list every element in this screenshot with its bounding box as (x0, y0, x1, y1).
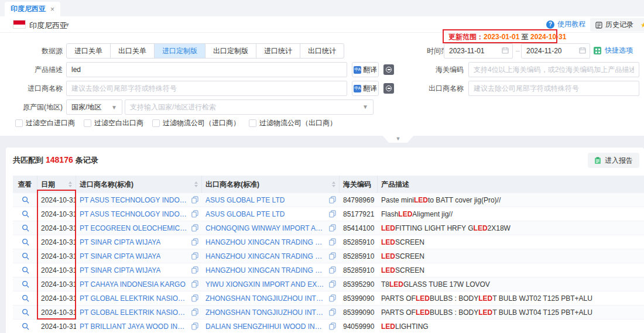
column-header-3[interactable]: 出口商名称(标准) (202, 176, 340, 193)
datasource-tab-3[interactable]: 出口定制版 (205, 43, 256, 59)
exporter-link[interactable]: HANGZHOU XINGCAN TRADING CO LTD (205, 252, 327, 260)
importer-link[interactable]: PT CAHAYA INDONESIA KARGO (80, 280, 186, 289)
results-table: 查看日期进口商名称(标准)出口商名称(标准)海关编码产品描述 2024-10-3… (13, 176, 644, 333)
checkbox-icon[interactable] (249, 119, 256, 127)
filter-checkbox-2[interactable]: 过滤物流公司（进口商） (152, 118, 240, 128)
copy-icon[interactable] (327, 294, 336, 302)
checkbox-icon[interactable] (15, 119, 23, 127)
exporter-link[interactable]: DALIAN SHENGZHIHUI WOOD INDUST... (205, 322, 327, 331)
importer-input[interactable] (66, 81, 347, 96)
copy-icon[interactable] (189, 322, 198, 330)
calendar-icon[interactable] (502, 47, 509, 54)
search-icon[interactable] (22, 280, 29, 288)
column-header-1[interactable]: 日期 (37, 176, 76, 193)
country-selector-label[interactable]: 印度尼西亚 (29, 20, 67, 31)
sort-icon[interactable] (328, 181, 335, 187)
search-icon[interactable] (22, 238, 29, 246)
exact-search-icon[interactable] (383, 83, 394, 94)
importer-link[interactable]: PT SINAR CIPTA WIJAYA (80, 252, 160, 260)
search-icon[interactable] (22, 252, 29, 260)
copy-icon[interactable] (189, 294, 198, 302)
copy-icon[interactable] (189, 210, 198, 218)
date-cell: 2024-10-31 (37, 291, 76, 305)
datasource-tab-0[interactable]: 进口关单 (66, 43, 111, 59)
exporter-link[interactable]: ASUS GLOBAL PTE LTD (205, 210, 285, 218)
product-desc-cell: T8 LED GLASS TUBE 17W LOVOV (378, 277, 644, 291)
exporter-input[interactable] (468, 81, 639, 96)
filter-checkbox-3[interactable]: 过滤物流公司（出口商） (249, 118, 337, 128)
copy-icon[interactable] (327, 252, 336, 260)
copy-icon[interactable] (327, 224, 336, 232)
copy-icon[interactable] (189, 280, 198, 288)
chevron-down-icon[interactable]: ▼ (362, 104, 368, 110)
importer-link[interactable]: PT ASUS TECHNOLOGY INDONESIA BA... (80, 210, 189, 218)
column-header-2[interactable]: 进口商名称(标准) (76, 176, 202, 193)
copy-icon[interactable] (327, 308, 336, 316)
search-icon[interactable] (22, 196, 29, 204)
importer-cell: PT SINAR CIPTA WIJAYA (76, 263, 202, 277)
copy-icon[interactable] (189, 252, 198, 260)
product-desc-cell: LED SCREEN (378, 235, 644, 249)
translate-button[interactable]: 中A 翻译 (352, 81, 379, 96)
filter-checkbox-1[interactable]: 过滤空白出口商 (84, 118, 143, 128)
favorite-button[interactable]: ★ (637, 18, 644, 32)
datasource-tab-2[interactable]: 进口定制版 (154, 43, 205, 59)
exporter-link[interactable]: HANGZHOU XINGCAN TRADING CO LTD (205, 266, 327, 274)
copy-icon[interactable] (189, 196, 198, 204)
history-button[interactable]: 历史记录 (590, 18, 639, 32)
exporter-link[interactable]: ASUS GLOBAL PTE LTD (205, 196, 285, 204)
exporter-link[interactable]: YIWU XIONGXIN IMPORT AND EXPORT... (205, 280, 327, 289)
quick-options-button[interactable]: 快捷选项 (594, 46, 633, 56)
checkbox-icon[interactable] (84, 119, 91, 127)
datasource-tab-1[interactable]: 出口关单 (110, 43, 155, 59)
page-tab-indonesia[interactable]: 印度尼西亚 × (5, 2, 60, 16)
exporter-label: 出口商名称 (404, 81, 464, 96)
copy-icon[interactable] (327, 238, 336, 246)
filter-checkbox-0[interactable]: 过滤空白进口商 (15, 118, 75, 128)
importer-link[interactable]: PT GLOBAL ELEKTRIK NASIONAL (80, 308, 189, 317)
chevron-down-icon[interactable]: ▼ (64, 22, 70, 28)
copy-icon[interactable] (327, 210, 336, 218)
copy-icon[interactable] (189, 238, 198, 246)
exporter-link[interactable]: HANGZHOU XINGCAN TRADING CO LTD (205, 238, 327, 246)
copy-icon[interactable] (327, 280, 336, 288)
search-icon[interactable] (22, 266, 29, 274)
importer-link[interactable]: PT ASUS TECHNOLOGY INDONESIA BA... (80, 196, 189, 204)
importer-cell: PT ASUS TECHNOLOGY INDONESIA BA... (76, 193, 202, 207)
exporter-link[interactable]: ZHONGSHAN TONGJIUZHOU INTERNA... (205, 308, 327, 317)
product-desc-input[interactable] (66, 62, 347, 77)
importer-link[interactable]: PT GLOBAL ELEKTRIK NASIONAL (80, 294, 189, 303)
calendar-icon[interactable] (579, 47, 586, 54)
importer-cell: PT SINAR CIPTA WIJAYA (76, 249, 202, 263)
enter-report-button[interactable]: 进入报告 (588, 153, 639, 168)
close-icon[interactable]: × (50, 5, 54, 13)
search-icon[interactable] (22, 308, 29, 316)
importer-link[interactable]: PT SINAR CIPTA WIJAYA (80, 266, 160, 274)
translate-button[interactable]: 中A 翻译 (352, 62, 379, 77)
importer-link[interactable]: PT ECOGREEN OLEOCHEMICALS (80, 224, 189, 232)
sort-icon[interactable] (65, 181, 72, 187)
search-icon[interactable] (22, 294, 29, 302)
copy-icon[interactable] (189, 308, 198, 316)
sort-icon[interactable] (191, 181, 198, 187)
hs-code-input[interactable] (468, 62, 639, 77)
datasource-tab-5[interactable]: 出口统计 (300, 43, 344, 59)
copy-icon[interactable] (189, 224, 198, 232)
copy-icon[interactable] (327, 266, 336, 274)
origin-search-input[interactable] (125, 99, 374, 115)
exporter-link[interactable]: CHONGQING WINWAY IMPORT AND E... (205, 224, 327, 232)
search-icon[interactable] (22, 224, 29, 232)
datasource-tab-4[interactable]: 进口统计 (256, 43, 300, 59)
importer-link[interactable]: PT BRILLIANT JAYA WOOD INDUSTRY (80, 322, 189, 331)
exact-search-icon[interactable] (383, 64, 394, 75)
copy-icon[interactable] (327, 196, 336, 204)
origin-country-select[interactable]: 国家/地区 ▼ (66, 99, 122, 115)
exporter-link[interactable]: ZHONGSHAN TONGJIUZHOU INTERNA... (205, 294, 327, 303)
importer-link[interactable]: PT SINAR CIPTA WIJAYA (80, 238, 160, 246)
search-icon[interactable] (22, 322, 29, 330)
copy-icon[interactable] (327, 322, 336, 330)
tutorial-button[interactable]: ? 使用教程 (546, 19, 585, 29)
search-icon[interactable] (22, 210, 29, 218)
checkbox-icon[interactable] (152, 119, 160, 127)
copy-icon[interactable] (189, 266, 198, 274)
